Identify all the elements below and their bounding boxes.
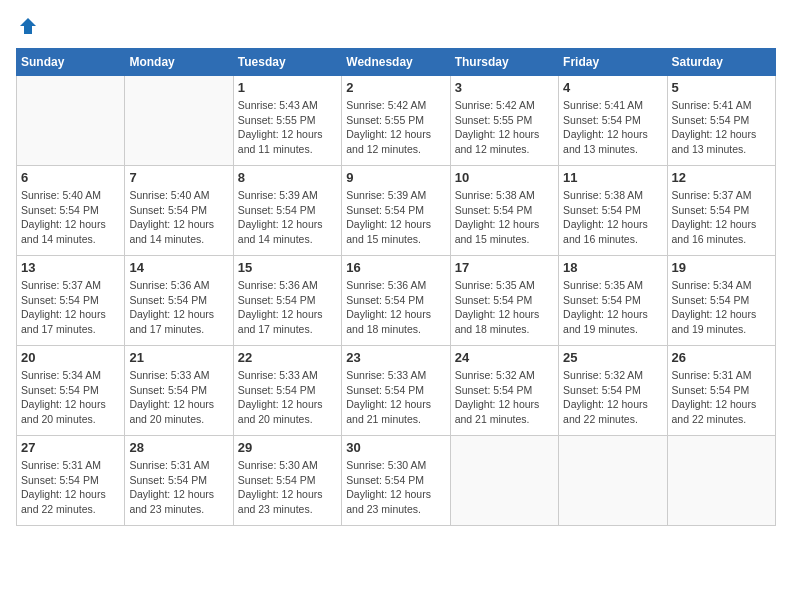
- calendar-week-row: 1Sunrise: 5:43 AM Sunset: 5:55 PM Daylig…: [17, 76, 776, 166]
- day-info: Sunrise: 5:39 AM Sunset: 5:54 PM Dayligh…: [238, 188, 337, 247]
- day-info: Sunrise: 5:37 AM Sunset: 5:54 PM Dayligh…: [672, 188, 771, 247]
- calendar-cell: [17, 76, 125, 166]
- calendar-cell: 1Sunrise: 5:43 AM Sunset: 5:55 PM Daylig…: [233, 76, 341, 166]
- day-number: 20: [21, 350, 120, 365]
- day-info: Sunrise: 5:40 AM Sunset: 5:54 PM Dayligh…: [21, 188, 120, 247]
- logo-icon: [18, 16, 38, 36]
- day-info: Sunrise: 5:39 AM Sunset: 5:54 PM Dayligh…: [346, 188, 445, 247]
- day-number: 30: [346, 440, 445, 455]
- weekday-header: Thursday: [450, 49, 558, 76]
- day-info: Sunrise: 5:31 AM Sunset: 5:54 PM Dayligh…: [672, 368, 771, 427]
- day-info: Sunrise: 5:31 AM Sunset: 5:54 PM Dayligh…: [129, 458, 228, 517]
- day-number: 17: [455, 260, 554, 275]
- calendar-cell: 15Sunrise: 5:36 AM Sunset: 5:54 PM Dayli…: [233, 256, 341, 346]
- calendar-cell: 18Sunrise: 5:35 AM Sunset: 5:54 PM Dayli…: [559, 256, 667, 346]
- day-number: 18: [563, 260, 662, 275]
- calendar-cell: 25Sunrise: 5:32 AM Sunset: 5:54 PM Dayli…: [559, 346, 667, 436]
- page-header: [16, 16, 776, 36]
- weekday-header: Wednesday: [342, 49, 450, 76]
- calendar-cell: 23Sunrise: 5:33 AM Sunset: 5:54 PM Dayli…: [342, 346, 450, 436]
- day-info: Sunrise: 5:41 AM Sunset: 5:54 PM Dayligh…: [672, 98, 771, 157]
- day-number: 24: [455, 350, 554, 365]
- calendar-table: SundayMondayTuesdayWednesdayThursdayFrid…: [16, 48, 776, 526]
- day-info: Sunrise: 5:32 AM Sunset: 5:54 PM Dayligh…: [455, 368, 554, 427]
- day-number: 4: [563, 80, 662, 95]
- day-info: Sunrise: 5:36 AM Sunset: 5:54 PM Dayligh…: [129, 278, 228, 337]
- calendar-cell: 7Sunrise: 5:40 AM Sunset: 5:54 PM Daylig…: [125, 166, 233, 256]
- calendar-cell: 30Sunrise: 5:30 AM Sunset: 5:54 PM Dayli…: [342, 436, 450, 526]
- day-number: 29: [238, 440, 337, 455]
- day-info: Sunrise: 5:33 AM Sunset: 5:54 PM Dayligh…: [238, 368, 337, 427]
- day-number: 14: [129, 260, 228, 275]
- day-number: 5: [672, 80, 771, 95]
- day-info: Sunrise: 5:36 AM Sunset: 5:54 PM Dayligh…: [346, 278, 445, 337]
- calendar-cell: 9Sunrise: 5:39 AM Sunset: 5:54 PM Daylig…: [342, 166, 450, 256]
- calendar-cell: 16Sunrise: 5:36 AM Sunset: 5:54 PM Dayli…: [342, 256, 450, 346]
- day-number: 1: [238, 80, 337, 95]
- day-info: Sunrise: 5:38 AM Sunset: 5:54 PM Dayligh…: [563, 188, 662, 247]
- calendar-cell: 29Sunrise: 5:30 AM Sunset: 5:54 PM Dayli…: [233, 436, 341, 526]
- calendar-cell: 2Sunrise: 5:42 AM Sunset: 5:55 PM Daylig…: [342, 76, 450, 166]
- day-info: Sunrise: 5:40 AM Sunset: 5:54 PM Dayligh…: [129, 188, 228, 247]
- calendar-week-row: 27Sunrise: 5:31 AM Sunset: 5:54 PM Dayli…: [17, 436, 776, 526]
- weekday-header: Saturday: [667, 49, 775, 76]
- calendar-cell: 14Sunrise: 5:36 AM Sunset: 5:54 PM Dayli…: [125, 256, 233, 346]
- day-info: Sunrise: 5:30 AM Sunset: 5:54 PM Dayligh…: [346, 458, 445, 517]
- weekday-header: Monday: [125, 49, 233, 76]
- day-info: Sunrise: 5:35 AM Sunset: 5:54 PM Dayligh…: [563, 278, 662, 337]
- day-number: 3: [455, 80, 554, 95]
- calendar-cell: 19Sunrise: 5:34 AM Sunset: 5:54 PM Dayli…: [667, 256, 775, 346]
- calendar-cell: 4Sunrise: 5:41 AM Sunset: 5:54 PM Daylig…: [559, 76, 667, 166]
- calendar-cell: [125, 76, 233, 166]
- day-info: Sunrise: 5:33 AM Sunset: 5:54 PM Dayligh…: [129, 368, 228, 427]
- calendar-week-row: 13Sunrise: 5:37 AM Sunset: 5:54 PM Dayli…: [17, 256, 776, 346]
- day-number: 28: [129, 440, 228, 455]
- day-number: 10: [455, 170, 554, 185]
- svg-marker-0: [20, 18, 36, 34]
- day-info: Sunrise: 5:36 AM Sunset: 5:54 PM Dayligh…: [238, 278, 337, 337]
- day-number: 21: [129, 350, 228, 365]
- day-number: 8: [238, 170, 337, 185]
- day-number: 15: [238, 260, 337, 275]
- calendar-header-row: SundayMondayTuesdayWednesdayThursdayFrid…: [17, 49, 776, 76]
- calendar-cell: 3Sunrise: 5:42 AM Sunset: 5:55 PM Daylig…: [450, 76, 558, 166]
- calendar-cell: 17Sunrise: 5:35 AM Sunset: 5:54 PM Dayli…: [450, 256, 558, 346]
- weekday-header: Tuesday: [233, 49, 341, 76]
- calendar-cell: 13Sunrise: 5:37 AM Sunset: 5:54 PM Dayli…: [17, 256, 125, 346]
- calendar-cell: 21Sunrise: 5:33 AM Sunset: 5:54 PM Dayli…: [125, 346, 233, 436]
- day-number: 23: [346, 350, 445, 365]
- calendar-week-row: 6Sunrise: 5:40 AM Sunset: 5:54 PM Daylig…: [17, 166, 776, 256]
- day-info: Sunrise: 5:35 AM Sunset: 5:54 PM Dayligh…: [455, 278, 554, 337]
- calendar-cell: 26Sunrise: 5:31 AM Sunset: 5:54 PM Dayli…: [667, 346, 775, 436]
- day-number: 27: [21, 440, 120, 455]
- day-number: 11: [563, 170, 662, 185]
- day-info: Sunrise: 5:42 AM Sunset: 5:55 PM Dayligh…: [455, 98, 554, 157]
- day-number: 25: [563, 350, 662, 365]
- day-info: Sunrise: 5:37 AM Sunset: 5:54 PM Dayligh…: [21, 278, 120, 337]
- day-number: 7: [129, 170, 228, 185]
- calendar-cell: [450, 436, 558, 526]
- day-info: Sunrise: 5:42 AM Sunset: 5:55 PM Dayligh…: [346, 98, 445, 157]
- day-info: Sunrise: 5:41 AM Sunset: 5:54 PM Dayligh…: [563, 98, 662, 157]
- calendar-cell: [667, 436, 775, 526]
- day-number: 16: [346, 260, 445, 275]
- day-number: 26: [672, 350, 771, 365]
- calendar-cell: 10Sunrise: 5:38 AM Sunset: 5:54 PM Dayli…: [450, 166, 558, 256]
- calendar-cell: [559, 436, 667, 526]
- calendar-cell: 28Sunrise: 5:31 AM Sunset: 5:54 PM Dayli…: [125, 436, 233, 526]
- calendar-cell: 20Sunrise: 5:34 AM Sunset: 5:54 PM Dayli…: [17, 346, 125, 436]
- calendar-cell: 22Sunrise: 5:33 AM Sunset: 5:54 PM Dayli…: [233, 346, 341, 436]
- day-info: Sunrise: 5:34 AM Sunset: 5:54 PM Dayligh…: [21, 368, 120, 427]
- calendar-week-row: 20Sunrise: 5:34 AM Sunset: 5:54 PM Dayli…: [17, 346, 776, 436]
- day-info: Sunrise: 5:30 AM Sunset: 5:54 PM Dayligh…: [238, 458, 337, 517]
- weekday-header: Sunday: [17, 49, 125, 76]
- day-number: 9: [346, 170, 445, 185]
- calendar-cell: 8Sunrise: 5:39 AM Sunset: 5:54 PM Daylig…: [233, 166, 341, 256]
- calendar-cell: 5Sunrise: 5:41 AM Sunset: 5:54 PM Daylig…: [667, 76, 775, 166]
- calendar-cell: 6Sunrise: 5:40 AM Sunset: 5:54 PM Daylig…: [17, 166, 125, 256]
- day-info: Sunrise: 5:33 AM Sunset: 5:54 PM Dayligh…: [346, 368, 445, 427]
- calendar-cell: 11Sunrise: 5:38 AM Sunset: 5:54 PM Dayli…: [559, 166, 667, 256]
- calendar-cell: 27Sunrise: 5:31 AM Sunset: 5:54 PM Dayli…: [17, 436, 125, 526]
- day-number: 2: [346, 80, 445, 95]
- weekday-header: Friday: [559, 49, 667, 76]
